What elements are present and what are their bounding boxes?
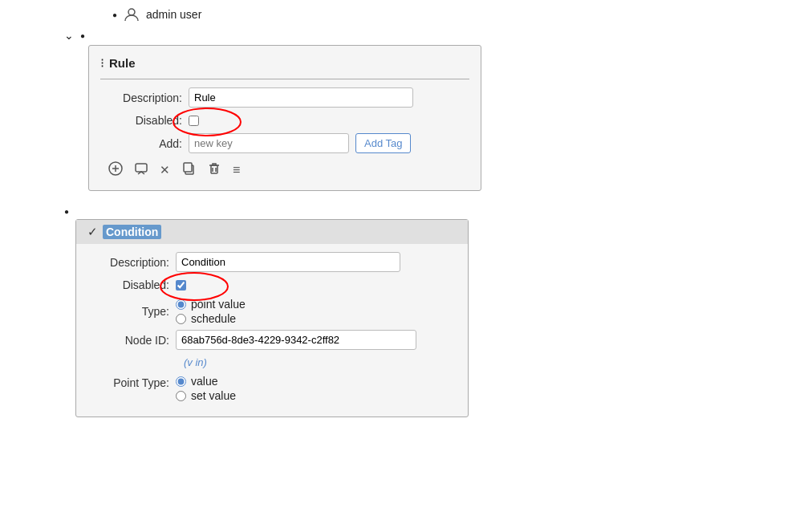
condition-title-bar: ✓ Condition (76, 220, 468, 244)
condition-node-id-input[interactable] (176, 330, 416, 350)
condition-disabled-label: Disabled: (87, 278, 176, 291)
rule-description-label: Description: (100, 91, 189, 104)
condition-point-type-label: Point Type: (87, 375, 176, 389)
user-icon (124, 6, 140, 22)
user-label: admin user (146, 8, 201, 21)
condition-node-id-label: Node ID: (87, 334, 176, 347)
rule-title-bar: ⁝ Rule (100, 55, 469, 71)
new-key-input[interactable] (189, 133, 349, 153)
list-button[interactable]: ≡ (231, 161, 242, 179)
rule-title: Rule (109, 56, 136, 70)
rule-toolbar: ✕ ≡ (100, 160, 469, 181)
type-point-value-label: point value (191, 298, 246, 311)
condition-description-input[interactable] (176, 252, 400, 272)
condition-checkmark-icon: ✓ (87, 225, 98, 239)
rule-disabled-checkbox[interactable] (189, 116, 199, 126)
page-container: ● admin user ⌄ ● ⁝ Rule Description: Dis… (0, 0, 812, 433)
delete-button[interactable] (205, 160, 223, 181)
rule-description-row: Description: (100, 87, 469, 108)
condition-description-label: Description: (87, 256, 176, 269)
rule-box: ⁝ Rule Description: Disabled: Add: Add T… (88, 45, 481, 191)
condition-bullet: ● (64, 207, 69, 216)
rule-bullet: ● (80, 31, 85, 40)
condition-section: ● ✓ Condition Description: Disabled: Typ… (64, 207, 812, 417)
rule-add-label: Add: (100, 137, 189, 150)
rule-disabled-row: Disabled: (100, 114, 469, 127)
condition-point-type-radio-group: value set value (176, 375, 236, 402)
rule-header-row: ⌄ ● (64, 29, 812, 42)
svg-rect-5 (136, 164, 147, 172)
rule-description-input[interactable] (189, 87, 413, 108)
type-schedule-option[interactable]: schedule (176, 312, 246, 325)
rule-section: ⌄ ● ⁝ Rule Description: Disabled: Add: (64, 29, 812, 191)
point-type-set-value-radio[interactable] (176, 391, 186, 401)
condition-node-id-row: Node ID: (87, 330, 457, 350)
rule-disabled-label: Disabled: (100, 114, 189, 127)
type-point-value-option[interactable]: point value (176, 298, 246, 311)
add-button[interactable] (107, 160, 124, 181)
point-type-value-radio[interactable] (176, 376, 186, 387)
condition-description-row: Description: (87, 252, 457, 272)
user-row: ● admin user (0, 0, 812, 29)
condition-box: ✓ Condition Description: Disabled: Type: (75, 219, 469, 417)
condition-type-radio-group: point value schedule (176, 298, 246, 325)
condition-header-row: ● (64, 207, 812, 216)
point-type-value-option[interactable]: value (176, 375, 236, 388)
point-type-set-value-option[interactable]: set value (176, 389, 236, 402)
rule-divider (100, 79, 469, 79)
rule-add-row: Add: Add Tag (100, 133, 469, 153)
point-type-value-label: value (191, 375, 217, 388)
type-point-value-radio[interactable] (176, 299, 186, 310)
comment-button[interactable] (132, 160, 150, 181)
svg-rect-7 (184, 163, 192, 172)
condition-point-type-row: Point Type: value set value (87, 375, 457, 402)
condition-type-label: Type: (87, 305, 176, 318)
v-in-link[interactable]: (v in) (184, 356, 457, 368)
condition-disabled-checkbox[interactable] (176, 280, 186, 291)
condition-title: Condition (103, 225, 161, 239)
condition-type-row: Type: point value schedule (87, 298, 457, 325)
rule-list-icon: ⁝ (100, 55, 104, 71)
user-bullet: ● (112, 10, 117, 19)
svg-point-0 (128, 9, 135, 15)
point-type-set-value-label: set value (191, 389, 236, 402)
copy-button[interactable] (180, 160, 197, 181)
close-button[interactable]: ✕ (158, 161, 172, 179)
condition-disabled-row: Disabled: (87, 278, 457, 291)
add-tag-button[interactable]: Add Tag (355, 133, 411, 153)
svg-rect-8 (211, 165, 217, 173)
type-schedule-label: schedule (191, 312, 236, 325)
type-schedule-radio[interactable] (176, 314, 186, 324)
rule-chevron[interactable]: ⌄ (64, 29, 74, 42)
